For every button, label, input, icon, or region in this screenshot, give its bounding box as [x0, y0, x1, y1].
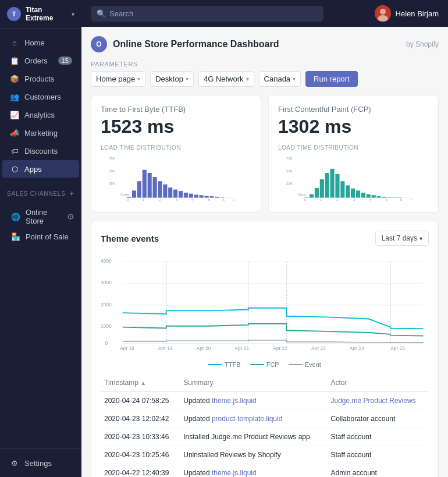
timestamp-cell: 2020-04-23 10:33:46 [101, 428, 180, 446]
user-area[interactable]: Helen Birjam [375, 5, 439, 22]
svg-rect-50 [356, 190, 360, 197]
chevron-icon: ▾ [246, 76, 249, 82]
sidebar-item-point-of-sale[interactable]: 🏪 Point of Sale [0, 228, 81, 245]
legend-ttfb: TTFB [208, 361, 241, 368]
by-shopify-label: by Shopify [406, 40, 439, 48]
sidebar-item-home[interactable]: ⌂ Home [2, 34, 79, 51]
svg-text:75K: 75K [286, 156, 293, 160]
sidebar-item-online-store[interactable]: 🌐 Online Store ⚙ [0, 205, 81, 228]
sort-icon[interactable]: ▲ [140, 380, 146, 386]
svg-rect-8 [132, 190, 136, 197]
summary-cell: Updated theme.js.liquid [180, 392, 327, 410]
marketing-icon: 📣 [9, 128, 20, 138]
ttfb-legend-line [208, 364, 222, 365]
home-icon: ⌂ [9, 37, 20, 48]
fcp-title: First Contentful Paint (FCP) [278, 105, 429, 114]
svg-text:Apr 24: Apr 24 [350, 345, 364, 351]
chevron-icon: ▾ [293, 76, 296, 82]
svg-rect-11 [148, 173, 152, 198]
svg-text:5: 5 [208, 197, 211, 201]
svg-text:Apr 18: Apr 18 [120, 345, 134, 351]
page-header: O Online Store Performance Dashboard by … [91, 36, 439, 52]
chart-legend: TTFB FCP Event [101, 361, 429, 368]
actor-cell: Admin account [328, 464, 429, 478]
svg-text:0: 0 [127, 197, 129, 201]
fcp-value: 1302 ms [278, 116, 429, 137]
orders-icon: 📋 [9, 55, 20, 66]
svg-rect-24 [215, 197, 219, 198]
svg-rect-18 [184, 193, 188, 198]
legend-event: Event [289, 361, 321, 368]
orders-badge: 15 [58, 56, 72, 65]
svg-rect-53 [372, 195, 376, 197]
online-store-icon: 🌐 [10, 211, 21, 222]
chevron-down-icon: ▾ [419, 235, 422, 242]
sidebar-item-apps[interactable]: ⬡ Apps [2, 160, 79, 178]
svg-text:1: 1 [143, 197, 145, 201]
svg-rect-47 [340, 181, 344, 197]
search-placeholder: Search [109, 9, 133, 18]
network-select[interactable]: 4G Network ▾ [198, 71, 254, 87]
date-range-button[interactable]: Last 7 days ▾ [375, 231, 429, 246]
actor-cell: Staff account [328, 446, 429, 464]
svg-text:25K: 25K [286, 181, 293, 185]
online-store-settings-icon[interactable]: ⚙ [67, 212, 74, 221]
sidebar-item-products[interactable]: 📦 Products [2, 70, 79, 87]
svg-rect-21 [200, 195, 204, 197]
table-row: 2020-04-23 10:33:46Installed Judge.me Pr… [101, 428, 429, 446]
summary-link[interactable]: product-template.liquid [212, 415, 282, 423]
summary-cell: Updated product-template.liquid [180, 410, 327, 428]
summary-link[interactable]: theme.js.liquid [212, 397, 257, 405]
svg-rect-44 [325, 173, 329, 198]
svg-text:3: 3 [176, 197, 178, 201]
summary-cell: Updated theme.js.liquid [180, 464, 327, 478]
fcp-chart-label: LOAD TIME DISTRIBUTION [278, 144, 429, 151]
timestamp-cell: 2020-04-22 12:40:39 [101, 464, 180, 478]
svg-rect-15 [168, 188, 172, 198]
svg-text:2: 2 [336, 197, 339, 201]
add-channel-icon[interactable]: + [69, 189, 74, 198]
summary-link[interactable]: theme.js.liquid [212, 469, 257, 477]
timestamp-cell: 2020-04-23 10:25:46 [101, 446, 180, 464]
svg-text:Visits: Visits [298, 192, 307, 196]
svg-rect-20 [194, 195, 198, 197]
legend-fcp: FCP [250, 361, 279, 368]
ttfb-value: 1523 ms [101, 116, 251, 137]
sidebar-item-orders[interactable]: 📋 Orders 15 [2, 52, 79, 69]
sidebar-item-marketing[interactable]: 📣 Marketing [2, 124, 79, 142]
search-box[interactable]: 🔍 Search [91, 6, 323, 22]
ttfb-title: Time to First Byte (TTFB) [101, 105, 251, 114]
svg-rect-43 [320, 179, 324, 198]
device-select[interactable]: Desktop ▾ [150, 71, 194, 87]
svg-rect-10 [143, 170, 147, 198]
region-select[interactable]: Canada ▾ [259, 71, 301, 87]
timestamp-col-header: Timestamp ▲ [101, 374, 180, 392]
store-header[interactable]: T Titan Extreme ▾ [0, 0, 81, 29]
svg-text:Apr 21: Apr 21 [234, 345, 249, 351]
sidebar-item-discounts[interactable]: 🏷 Discounts [2, 142, 79, 160]
sidebar: T Titan Extreme ▾ ⌂ Home 📋 Orders 15 📦 P… [0, 0, 81, 477]
svg-text:Apr 19: Apr 19 [158, 345, 173, 351]
theme-events-chart: 4000 3000 2000 1000 0 Time (ms) [101, 253, 429, 358]
store-name: Titan Extreme [26, 6, 72, 22]
actor-link[interactable]: Judge.me Product Reviews [331, 397, 416, 405]
fcp-chart: 75K 50K 25K Visits [278, 154, 429, 203]
page-title: Online Store Performance Dashboard [113, 39, 279, 50]
sales-channels-label: SALES CHANNELS + [0, 183, 81, 200]
svg-rect-41 [310, 194, 314, 197]
page-select[interactable]: Home page ▾ [91, 71, 145, 87]
run-report-button[interactable]: Run report [305, 71, 357, 87]
sidebar-item-analytics[interactable]: 📈 Analytics [2, 106, 79, 123]
svg-text:Apr 23: Apr 23 [311, 345, 326, 351]
svg-rect-14 [163, 185, 167, 198]
sidebar-item-customers[interactable]: 👥 Customers [2, 88, 79, 105]
svg-rect-46 [335, 174, 339, 198]
svg-text:3: 3 [353, 197, 355, 201]
fcp-legend-line [250, 364, 264, 365]
svg-text:5: 5 [386, 197, 388, 201]
table-row: 2020-04-23 10:25:46Uninstalled Reviews b… [101, 446, 429, 464]
svg-rect-16 [173, 189, 177, 197]
sidebar-item-settings[interactable]: ⚙ Settings [2, 454, 79, 472]
content-area: O Online Store Performance Dashboard by … [81, 27, 448, 477]
svg-rect-13 [158, 181, 162, 197]
